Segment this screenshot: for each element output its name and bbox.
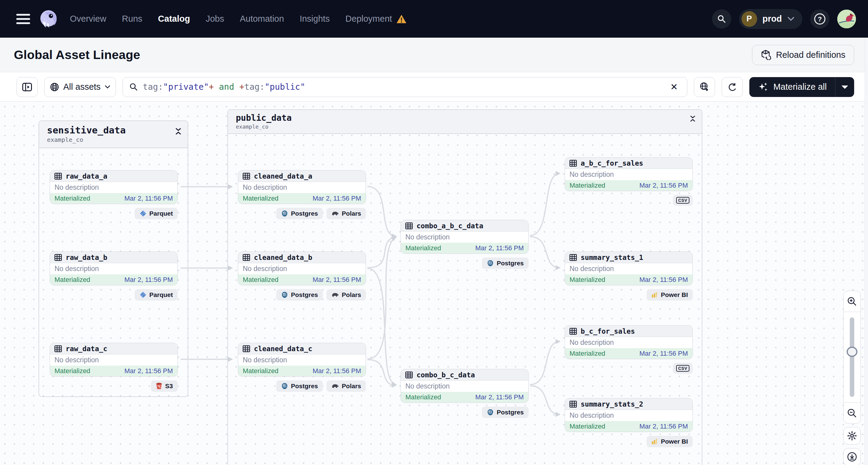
- group-header[interactable]: public_data example_co: [228, 110, 702, 134]
- nav-item-automation[interactable]: Automation: [240, 14, 284, 24]
- asset-name: combo_a_b_c_data: [416, 222, 484, 230]
- table-icon: [54, 345, 62, 353]
- asset-node[interactable]: cleaned_data_a No description Materializ…: [238, 170, 366, 204]
- materialized-timestamp: Mar 2, 11:56 PM: [640, 182, 688, 189]
- asset-summary-stats-2[interactable]: summary_stats_2 No description Materiali…: [565, 398, 693, 447]
- table-icon: [569, 159, 577, 167]
- asset-description: No description: [238, 263, 366, 274]
- asset-scope-dropdown[interactable]: All assets: [44, 77, 116, 97]
- asset-raw-data-b[interactable]: raw_data_b No description MaterializedMa…: [50, 251, 178, 301]
- materialized-timestamp: Mar 2, 11:56 PM: [124, 276, 173, 284]
- status-badge: Materialized: [55, 276, 90, 284]
- materialized-timestamp: Mar 2, 11:56 PM: [640, 276, 688, 284]
- asset-summary-stats-1[interactable]: summary_stats_1 No description Materiali…: [565, 251, 693, 301]
- kind-badge-postgres: Postgres: [482, 407, 529, 418]
- asset-node[interactable]: raw_data_a No description MaterializedMa…: [50, 170, 178, 204]
- nav-item-overview[interactable]: Overview: [70, 14, 106, 24]
- asset-b-c-for-sales[interactable]: b_c_for_sales No description Materialize…: [565, 325, 693, 374]
- chevron-down-icon: [841, 85, 848, 89]
- reload-cube-icon: [761, 50, 771, 60]
- materialize-options-button[interactable]: [835, 77, 854, 97]
- scrollbar[interactable]: [865, 38, 868, 465]
- asset-node[interactable]: cleaned_data_c No description Materializ…: [238, 343, 366, 376]
- kind-badge-label: Postgres: [497, 259, 524, 267]
- panel-toggle-icon: [22, 83, 32, 91]
- download-graph-button[interactable]: [843, 448, 861, 465]
- kind-badge-label: Postgres: [291, 382, 318, 390]
- asset-raw-data-c[interactable]: raw_data_c No description MaterializedMa…: [50, 343, 178, 392]
- asset-node[interactable]: a_b_c_for_sales No description Materiali…: [565, 157, 693, 191]
- asset-node[interactable]: b_c_for_sales No description Materialize…: [565, 325, 693, 359]
- nav-item-runs[interactable]: Runs: [122, 14, 143, 24]
- nav-item-catalog[interactable]: Catalog: [158, 14, 190, 24]
- graph-settings-button[interactable]: [843, 427, 861, 444]
- zoom-slider-track[interactable]: [850, 317, 855, 397]
- zoom-out-button[interactable]: [844, 402, 861, 424]
- materialized-timestamp: Mar 2, 11:56 PM: [124, 194, 173, 203]
- table-icon: [405, 371, 413, 379]
- zoom-slider-thumb[interactable]: [847, 347, 858, 357]
- asset-description: No description: [50, 263, 177, 274]
- zoom-in-button[interactable]: [844, 291, 861, 312]
- asset-description: No description: [565, 263, 692, 274]
- lineage-query-input[interactable]: tag:"private"+ and +tag:"public" ✕: [123, 77, 687, 97]
- postgres-icon: [487, 259, 494, 267]
- asset-name: summary_stats_2: [581, 400, 643, 408]
- kind-badge-polars: Polars: [327, 380, 366, 392]
- asset-node[interactable]: combo_a_b_c_data No description Material…: [401, 220, 529, 254]
- asset-combo-a-b-c-data[interactable]: combo_a_b_c_data No description Material…: [401, 220, 529, 269]
- lineage-canvas[interactable]: sensitive_data example_co public_data ex…: [0, 102, 868, 465]
- asset-name: combo_b_c_data: [416, 371, 475, 379]
- asset-raw-data-a[interactable]: raw_data_a No description MaterializedMa…: [50, 170, 178, 219]
- asset-description: No description: [238, 182, 366, 193]
- dagster-logo-icon[interactable]: [38, 8, 59, 30]
- globe-plus-icon: [700, 82, 709, 92]
- kind-badge-csv: CSV: [673, 195, 693, 206]
- asset-node[interactable]: raw_data_b No description MaterializedMa…: [50, 251, 178, 285]
- page-title: Global Asset Lineage: [14, 48, 140, 62]
- help-icon[interactable]: ?: [810, 9, 830, 29]
- asset-cleaned-data-c[interactable]: cleaned_data_c No description Materializ…: [238, 343, 366, 392]
- svg-text:?: ?: [818, 16, 822, 23]
- nav-item-insights[interactable]: Insights: [300, 14, 330, 24]
- menu-icon[interactable]: [16, 14, 30, 24]
- table-icon: [243, 254, 250, 261]
- asset-description: No description: [50, 354, 177, 366]
- asset-cleaned-data-a[interactable]: cleaned_data_a No description Materializ…: [238, 170, 366, 219]
- zoom-slider[interactable]: [844, 312, 861, 402]
- nav-item-jobs[interactable]: Jobs: [206, 14, 224, 24]
- left-panel-toggle-button[interactable]: [17, 77, 38, 97]
- refresh-button[interactable]: [722, 77, 743, 97]
- reload-definitions-button[interactable]: Reload definitions: [752, 45, 854, 65]
- clear-query-icon[interactable]: ✕: [668, 81, 680, 93]
- asset-description: No description: [401, 231, 528, 243]
- postgres-icon: [281, 382, 288, 390]
- gear-icon: [847, 431, 857, 441]
- search-icon[interactable]: [712, 9, 731, 29]
- user-avatar[interactable]: [837, 10, 856, 28]
- materialize-all-button[interactable]: Materialize all: [749, 77, 854, 97]
- refresh-icon: [727, 82, 737, 92]
- asset-combo-b-c-data[interactable]: combo_b_c_data No description Materializ…: [401, 369, 529, 418]
- sparkles-icon: [758, 82, 769, 92]
- polars-icon: [331, 292, 339, 298]
- group-title: sensitive_data: [47, 125, 180, 135]
- nav-item-deployment[interactable]: Deployment: [345, 14, 392, 24]
- chevron-down-icon: [105, 85, 110, 89]
- kind-badge-postgres: Postgres: [276, 208, 323, 219]
- asset-a-b-c-for-sales[interactable]: a_b_c_for_sales No description Materiali…: [565, 157, 693, 206]
- asset-node[interactable]: combo_b_c_data No description Materializ…: [401, 369, 529, 403]
- chevron-down-icon: [787, 17, 795, 21]
- collapse-group-icon[interactable]: [690, 115, 696, 124]
- collapse-group-icon[interactable]: [175, 127, 182, 137]
- kind-badge-postgres: Postgres: [276, 289, 323, 301]
- asset-node[interactable]: summary_stats_1 No description Materiali…: [565, 251, 693, 285]
- asset-node[interactable]: summary_stats_2 No description Materiali…: [565, 398, 693, 432]
- group-header[interactable]: sensitive_data example_co: [39, 121, 188, 148]
- asset-node[interactable]: cleaned_data_b No description Materializ…: [238, 251, 366, 285]
- download-icon: [847, 452, 858, 462]
- view-graph-as-group-button[interactable]: [694, 77, 715, 97]
- asset-node[interactable]: raw_data_c No description MaterializedMa…: [50, 343, 178, 376]
- asset-cleaned-data-b[interactable]: cleaned_data_b No description Materializ…: [238, 251, 366, 301]
- environment-switcher[interactable]: P prod: [739, 9, 802, 29]
